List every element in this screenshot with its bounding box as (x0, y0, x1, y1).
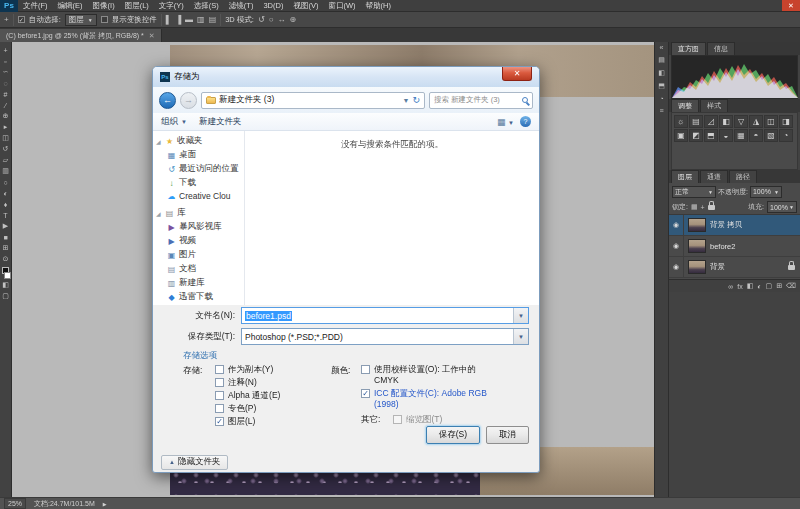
new-folder-button[interactable]: 新建文件夹 (199, 116, 242, 128)
app-close-button[interactable]: ✕ (782, 0, 800, 11)
filetype-dropdown-icon[interactable]: ▼ (513, 329, 528, 344)
favorites-group[interactable]: ◢ ★ 收藏夹 (153, 134, 244, 148)
libraries-group[interactable]: ◢ ▤ 库 (153, 206, 244, 220)
brightness-contrast-icon[interactable]: ☼ (674, 115, 688, 128)
option-annotations[interactable]: 注释(N) (215, 377, 331, 390)
move-tool[interactable]: + (1, 45, 11, 55)
tab-histogram[interactable]: 直方图 (671, 42, 706, 55)
cancel-button[interactable]: 取消 (486, 426, 529, 444)
adjustment-layer-icon[interactable]: ◐ (757, 283, 761, 290)
checkbox[interactable] (215, 365, 224, 374)
tab-styles[interactable]: 样式 (700, 99, 728, 112)
gradient-tool[interactable]: ▥ (1, 166, 11, 176)
checkbox[interactable] (361, 389, 370, 398)
option-as-copy[interactable]: 作为副本(Y) (215, 364, 331, 377)
crop-tool[interactable]: # (1, 89, 11, 99)
lock-position-icon[interactable]: + (701, 204, 705, 211)
filename-dropdown-icon[interactable]: ▼ (513, 308, 528, 323)
address-breadcrumb[interactable]: 新建文件夹 (3) ▼ ↻ (201, 92, 425, 109)
back-button[interactable]: ← (159, 92, 176, 109)
tab-info[interactable]: 信息 (707, 42, 735, 55)
shape-tool[interactable]: ■ (1, 232, 11, 242)
checkbox[interactable] (215, 391, 224, 400)
3d-rotate-icon[interactable]: ↺ (258, 14, 265, 26)
menu-help[interactable]: 帮助(H) (361, 0, 396, 12)
levels-icon[interactable]: ▤ (689, 115, 703, 128)
marquee-tool[interactable]: ▫ (1, 56, 11, 66)
invert-icon[interactable]: ◒ (719, 129, 733, 142)
file-list-area[interactable]: 没有与搜索条件匹配的项。 (245, 131, 539, 305)
checkbox[interactable] (215, 378, 224, 387)
option-alpha-channels[interactable]: Alpha 通道(E) (215, 390, 331, 403)
menu-layer[interactable]: 图层(L) (120, 0, 154, 12)
checkbox[interactable] (393, 415, 402, 424)
layer-thumbnail[interactable] (688, 239, 706, 253)
menu-window[interactable]: 窗口(W) (323, 0, 360, 12)
filename-input[interactable]: before1.psd ▼ (241, 307, 529, 324)
sidebar-item-desktop[interactable]: ▦桌面 (153, 148, 244, 162)
menu-edit[interactable]: 编辑(E) (53, 0, 88, 12)
new-layer-icon[interactable]: ⊞ (776, 282, 782, 290)
tab-layers[interactable]: 图层 (671, 170, 699, 183)
background-color-swatch[interactable] (4, 272, 11, 279)
posterize-icon[interactable]: ▦ (734, 129, 748, 142)
3d-roll-icon[interactable]: ○ (269, 14, 274, 26)
visibility-eye-icon[interactable]: ◉ (669, 257, 684, 277)
tab-channels[interactable]: 通道 (700, 170, 728, 183)
align-left-icon[interactable]: ▌ (166, 14, 172, 26)
expand-icon[interactable]: ◢ (156, 138, 162, 145)
sidebar-item-downloads[interactable]: ↓下载 (153, 176, 244, 190)
lock-all-icon[interactable] (708, 205, 715, 210)
threshold-icon[interactable]: ◓ (749, 129, 763, 142)
clock-panel-icon[interactable]: ◔ (659, 95, 663, 102)
tab-close-icon[interactable]: ✕ (149, 32, 155, 40)
organize-button[interactable]: 组织▼ (161, 116, 187, 128)
breadcrumb-dropdown-icon[interactable]: ▼ (403, 97, 410, 104)
show-transform-checkbox[interactable] (101, 16, 108, 23)
brush-tool[interactable]: ▸ (1, 122, 11, 132)
change-view-icon[interactable]: ▦ ▼ (497, 117, 514, 127)
properties-panel-icon[interactable]: ◧ (658, 69, 665, 77)
filetype-select[interactable]: Photoshop (*.PSD;*.PDD) ▼ (241, 328, 529, 345)
zoom-level-field[interactable]: 25% (4, 498, 26, 509)
3d-slide-icon[interactable]: ⊕ (290, 14, 297, 26)
distribute-icon[interactable]: ▥ (197, 14, 205, 26)
sidebar-item-xunlei[interactable]: ◆迅雷下载 (153, 290, 244, 304)
menu-type[interactable]: 文字(Y) (154, 0, 189, 12)
checkbox[interactable] (215, 417, 224, 426)
lock-transparency-icon[interactable]: ▦ (691, 203, 698, 211)
eraser-tool[interactable]: ▱ (1, 155, 11, 165)
hand-tool[interactable]: ⊞ (1, 243, 11, 253)
sidebar-item-recent[interactable]: ↺最近访问的位置 (153, 162, 244, 176)
blur-tool[interactable]: ○ (1, 177, 11, 187)
blend-mode-dropdown[interactable]: 正常▼ (672, 186, 716, 198)
clone-stamp-tool[interactable]: ◫ (1, 133, 11, 143)
menu-filter[interactable]: 滤镜(T) (224, 0, 259, 12)
layer-thumbnail[interactable] (688, 218, 706, 232)
expand-icon[interactable]: ◢ (156, 210, 162, 217)
layer-thumbnail[interactable] (688, 260, 706, 274)
screen-mode-icon[interactable]: ▢ (1, 291, 11, 301)
menu-image[interactable]: 图像(I) (88, 0, 120, 12)
quick-mask-icon[interactable]: ◧ (1, 280, 11, 290)
sidebar-item-pictures[interactable]: ▣图片 (153, 248, 244, 262)
channel-mixer-icon[interactable]: ◩ (689, 129, 703, 142)
sidebar-item-videos[interactable]: ▶视频 (153, 234, 244, 248)
search-box[interactable]: 搜索 新建文件夹 (3) (429, 92, 533, 109)
delete-layer-icon[interactable]: ⌫ (786, 282, 796, 290)
opacity-dropdown[interactable]: 100%▼ (750, 186, 782, 198)
align-center-icon[interactable]: ▐ (175, 14, 181, 26)
forward-button[interactable]: → (180, 92, 197, 109)
quick-select-tool[interactable]: ◌ (1, 78, 11, 88)
option-spot-colors[interactable]: 专色(P) (215, 403, 331, 416)
list-panel-icon[interactable]: ≡ (659, 107, 663, 114)
save-button[interactable]: 保存(S) (426, 426, 480, 444)
auto-select-checkbox[interactable]: ✓ (18, 16, 25, 23)
sidebar-item-creative-cloud[interactable]: ☁Creative Clou (153, 190, 244, 202)
photo-filter-icon[interactable]: ▣ (674, 129, 688, 142)
layer-row-before2[interactable]: ◉ before2 (669, 236, 800, 257)
checkbox[interactable] (361, 365, 370, 374)
lasso-tool[interactable]: ∽ (1, 67, 11, 77)
healing-brush-tool[interactable]: ⊕ (1, 111, 11, 121)
color-lookup-icon[interactable]: ⬒ (704, 129, 718, 142)
